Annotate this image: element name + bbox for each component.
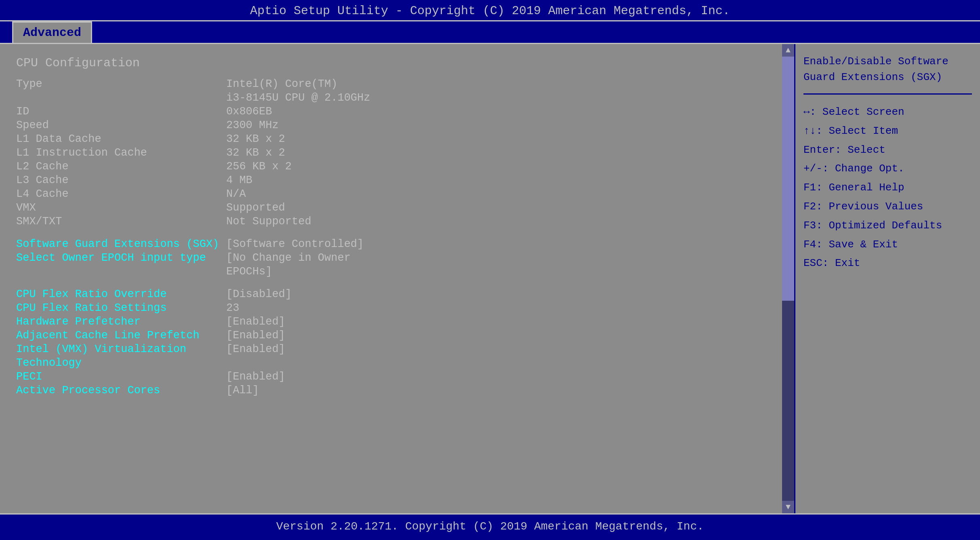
config-row-11[interactable]: Software Guard Extensions (SGX)[Software…	[16, 238, 774, 250]
config-row-0-cont: i3-8145U CPU @ 2.10GHz	[16, 92, 774, 104]
config-label-0-cont	[16, 92, 226, 104]
config-label-11: Software Guard Extensions (SGX)	[16, 238, 226, 250]
config-value-14: [Disabled]	[226, 288, 292, 300]
config-value-2: 2300 MHz	[226, 119, 279, 131]
config-row-0: TypeIntel(R) Core(TM)	[16, 78, 774, 90]
config-row-15[interactable]: CPU Flex Ratio Settings23	[16, 302, 774, 314]
config-label-0: Type	[16, 78, 226, 90]
main-content: CPU Configuration TypeIntel(R) Core(TM)i…	[0, 44, 980, 513]
config-label-6: L3 Cache	[16, 174, 226, 186]
right-panel: Enable/Disable Software Guard Extensions…	[794, 44, 980, 513]
key-label-2: Enter:	[803, 144, 848, 156]
key-label-1: ↑↓:	[803, 125, 829, 137]
key-action-8: Exit	[835, 257, 860, 269]
config-row-16[interactable]: Hardware Prefetcher[Enabled]	[16, 316, 774, 328]
key-action-7: Save & Exit	[829, 238, 898, 251]
config-row-20[interactable]: PECI[Enabled]	[16, 371, 774, 383]
config-spacer-10	[16, 229, 774, 238]
scroll-down-arrow[interactable]: ▼	[782, 501, 794, 513]
config-value-15: 23	[226, 302, 239, 314]
config-row-19[interactable]: Technology	[16, 357, 774, 369]
scrollbar: ▲ ▼	[782, 44, 794, 513]
config-label-12: Select Owner EPOCH input type	[16, 252, 226, 264]
config-value-4: 32 KB x 2	[226, 147, 285, 159]
config-value-12-cont: EPOCHs]	[226, 266, 272, 278]
footer-text: Version 2.20.1271. Copyright (C) 2019 Am…	[276, 520, 704, 533]
config-label-5: L2 Cache	[16, 160, 226, 173]
key-help-item-6: F3: Optimized Defaults	[803, 216, 972, 235]
config-value-9: Not Supported	[226, 215, 311, 228]
config-row-8: VMXSupported	[16, 202, 774, 214]
key-help-item-7: F4: Save & Exit	[803, 235, 972, 254]
config-label-3: L1 Data Cache	[16, 133, 226, 145]
config-row-14[interactable]: CPU Flex Ratio Override[Disabled]	[16, 288, 774, 300]
config-value-16: [Enabled]	[226, 316, 285, 328]
key-label-4: F1:	[803, 181, 829, 194]
key-label-5: F2:	[803, 200, 829, 213]
key-label-6: F3:	[803, 219, 829, 232]
config-label-18: Intel (VMX) Virtualization	[16, 343, 226, 355]
key-action-0: Select Screen	[822, 106, 904, 118]
key-help-item-4: F1: General Help	[803, 178, 972, 197]
key-help-item-3: +/-: Change Opt.	[803, 159, 972, 178]
config-row-17[interactable]: Adjacent Cache Line Prefetch[Enabled]	[16, 329, 774, 342]
config-row-21[interactable]: Active Processor Cores[All]	[16, 384, 774, 397]
config-row-12[interactable]: Select Owner EPOCH input type[No Change …	[16, 252, 774, 264]
advanced-tab[interactable]: Advanced	[12, 21, 92, 43]
config-value-12: [No Change in Owner	[226, 252, 351, 264]
config-value-0: Intel(R) Core(TM)	[226, 78, 337, 90]
config-spacer-13	[16, 279, 774, 288]
config-label-7: L4 Cache	[16, 188, 226, 200]
key-label-3: +/-:	[803, 162, 835, 175]
config-label-20: PECI	[16, 371, 226, 383]
help-text: Enable/Disable Software Guard Extensions…	[803, 54, 972, 95]
config-label-21: Active Processor Cores	[16, 384, 226, 397]
config-value-11: [Software Controlled]	[226, 238, 364, 250]
config-label-8: VMX	[16, 202, 226, 214]
config-row-4: L1 Instruction Cache32 KB x 2	[16, 147, 774, 159]
scroll-handle[interactable]	[782, 57, 794, 301]
config-value-18: [Enabled]	[226, 343, 285, 355]
config-value-0-cont: i3-8145U CPU @ 2.10GHz	[226, 92, 370, 104]
config-label-15: CPU Flex Ratio Settings	[16, 302, 226, 314]
key-help-item-0: ↔: Select Screen	[803, 103, 972, 122]
key-label-7: F4:	[803, 238, 829, 251]
key-help-item-8: ESC: Exit	[803, 254, 972, 273]
config-row-6: L3 Cache4 MB	[16, 174, 774, 186]
key-action-5: Previous Values	[829, 200, 923, 213]
config-label-14: CPU Flex Ratio Override	[16, 288, 226, 300]
key-action-4: General Help	[829, 181, 904, 194]
config-row-12-cont: EPOCHs]	[16, 266, 774, 278]
config-row-18[interactable]: Intel (VMX) Virtualization[Enabled]	[16, 343, 774, 355]
config-label-12-cont	[16, 266, 226, 278]
key-action-3: Change Opt.	[835, 162, 904, 175]
scroll-body	[782, 57, 794, 501]
config-value-6: 4 MB	[226, 174, 252, 186]
config-value-17: [Enabled]	[226, 329, 285, 342]
config-row-3: L1 Data Cache32 KB x 2	[16, 133, 774, 145]
key-action-6: Optimized Defaults	[829, 219, 942, 232]
key-action-2: Select	[848, 144, 885, 156]
config-value-20: [Enabled]	[226, 371, 285, 383]
config-row-5: L2 Cache256 KB x 2	[16, 160, 774, 173]
config-label-4: L1 Instruction Cache	[16, 147, 226, 159]
key-action-1: Select Item	[829, 125, 898, 137]
config-row-9: SMX/TXTNot Supported	[16, 215, 774, 228]
scroll-up-arrow[interactable]: ▲	[782, 44, 794, 57]
config-row-2: Speed2300 MHz	[16, 119, 774, 131]
config-row-7: L4 CacheN/A	[16, 188, 774, 200]
config-value-7: N/A	[226, 188, 246, 200]
config-label-17: Adjacent Cache Line Prefetch	[16, 329, 226, 342]
config-value-3: 32 KB x 2	[226, 133, 285, 145]
config-value-1: 0x806EB	[226, 105, 272, 118]
key-help-item-5: F2: Previous Values	[803, 197, 972, 216]
key-help: ↔: Select Screen↑↓: Select ItemEnter: Se…	[803, 103, 972, 273]
left-panel: CPU Configuration TypeIntel(R) Core(TM)i…	[0, 44, 782, 513]
config-label-9: SMX/TXT	[16, 215, 226, 228]
config-row-1: ID0x806EB	[16, 105, 774, 118]
title-bar: Aptio Setup Utility - Copyright (C) 2019…	[0, 0, 980, 21]
config-label-1: ID	[16, 105, 226, 118]
config-value-8: Supported	[226, 202, 285, 214]
key-label-0: ↔:	[803, 106, 822, 118]
title-text: Aptio Setup Utility - Copyright (C) 2019…	[250, 4, 730, 18]
